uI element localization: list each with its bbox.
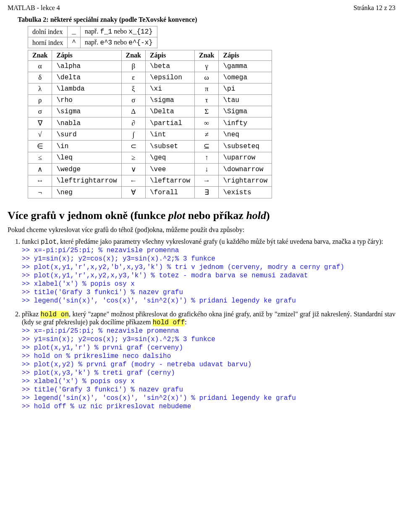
symbol-code: \neg	[52, 187, 121, 198]
greek-symbols-table: Znak Zápis Znak Zápis Znak Zápis α\alpha…	[28, 50, 272, 198]
symbol-glyph: ε	[121, 72, 145, 83]
table-row: σ\sigmaΔ\DeltaΣ\Sigma	[28, 106, 272, 117]
symbol-glyph: ∈	[28, 141, 52, 152]
code-line: >> plot(x,y1,'r') % prvni graf (cerveny)	[22, 344, 395, 352]
header-right: Stránka 12 z 23	[353, 4, 395, 12]
symbol-glyph: ∂	[121, 117, 145, 129]
symbol-glyph: β	[121, 61, 145, 72]
symbol-glyph: ρ	[28, 95, 52, 106]
symbol-code: \epsilon	[145, 72, 194, 83]
table-row: ρ\rhoσ\sigmaτ\tau	[28, 95, 272, 106]
list-item-1: funkci plot, které předáme jako parametr…	[22, 238, 395, 305]
symbol-glyph: ↑	[194, 152, 218, 164]
code-line: >> legend('sin(x)', 'cos(x)', 'sin^2(x)'…	[22, 297, 395, 305]
code-line: >> plot(x,y2) % prvni graf (modry - netr…	[22, 361, 395, 368]
section-title: Více grafů v jednom okně (funkce plot ne…	[8, 209, 395, 222]
table-row: ∇\nabla∂\partial∞\infty	[28, 117, 272, 129]
symbol-code: \xi	[145, 83, 194, 95]
symbol-glyph: ¬	[28, 187, 52, 198]
symbol-glyph: →	[194, 175, 218, 187]
symbol-glyph: ⊆	[194, 141, 218, 152]
index-examples-table: dolní index _ např. f_1 nebo x_{12} horn…	[28, 26, 157, 48]
code-line: >> xlabel('x') % popis osy x	[22, 378, 395, 385]
symbol-code: \surd	[52, 129, 121, 141]
symbol-code: \pi	[219, 83, 272, 95]
symbol-code: \downarrow	[219, 164, 272, 175]
symbol-code: \rightarrow	[219, 175, 272, 187]
code-line: >> hold off % uz nic prikreslovat nebude…	[22, 403, 395, 410]
symbol-glyph: δ	[28, 72, 52, 83]
symbol-glyph: σ	[121, 95, 145, 106]
symbol-code: \uparrow	[219, 152, 272, 164]
symbol-code: \sigma	[52, 106, 121, 117]
symbol-code: \forall	[145, 187, 194, 198]
symbol-glyph: γ	[194, 61, 218, 72]
symbol-code: \infty	[219, 117, 272, 129]
symbol-code: \rho	[52, 95, 121, 106]
symbol-code: \delta	[52, 72, 121, 83]
symbol-glyph: ≤	[28, 152, 52, 164]
code-line: >> x=-pi:pi/25:pi; % nezavisle promenna	[22, 327, 395, 335]
symbol-code: \geq	[145, 152, 194, 164]
symbol-code: \subseteq	[219, 141, 272, 152]
code-line: >> legend('sin(x)', 'cos(x)', 'sin^2(x)'…	[22, 394, 395, 402]
symbol-code: \vee	[145, 164, 194, 175]
table-row: λ\lambdaξ\xiπ\pi	[28, 83, 272, 95]
table-row: ∈\in⊂\subset⊆\subseteq	[28, 141, 272, 152]
table-header-row: Znak Zápis Znak Zápis Znak Zápis	[28, 50, 272, 61]
code-line: >> plot(x,y3,'k') % treti graf (cerny)	[22, 369, 395, 377]
table-row: α\alphaβ\betaγ\gamma	[28, 61, 272, 72]
table-row: dolní index _ např. f_1 nebo x_{12}	[28, 26, 157, 37]
hold-off-highlight: hold off	[152, 319, 185, 326]
intro-paragraph: Pokud chceme vykreslovat více grafů do t…	[8, 226, 395, 234]
symbol-glyph: π	[194, 83, 218, 95]
symbol-code: \tau	[219, 95, 272, 106]
symbol-glyph: τ	[194, 95, 218, 106]
code-line: >> title('Grafy 3 funkci') % nazev grafu	[22, 386, 395, 394]
table-row: horní index ^ např. e^3 nebo e^{-x}	[28, 37, 157, 48]
hold-on-highlight: hold on	[40, 311, 69, 318]
code-line: >> y1=sin(x); y2=cos(x); y3=sin(x).^2;% …	[22, 336, 395, 343]
symbol-glyph: Δ	[121, 106, 145, 117]
symbol-code: \neq	[219, 129, 272, 141]
symbol-code: \leftrightarrow	[52, 175, 121, 187]
symbol-glyph: ∃	[194, 187, 218, 198]
symbol-code: \Delta	[145, 106, 194, 117]
table2-caption: Tabulka 2: některé speciální znaky (podl…	[8, 16, 395, 23]
symbol-glyph: ≥	[121, 152, 145, 164]
code-line: >> plot(x,y1,'r',x,y2,'b',x,y3,'k') % tr…	[22, 263, 395, 271]
symbol-glyph: λ	[28, 83, 52, 95]
symbol-glyph: ←	[121, 175, 145, 187]
symbol-glyph: ∇	[28, 117, 52, 129]
table-row: ¬\neg∀\forall∃\exists	[28, 187, 272, 198]
symbol-code: \leq	[52, 152, 121, 164]
code-line: >> y1=sin(x); y2=cos(x); y3=sin(x).^2;% …	[22, 255, 395, 263]
symbol-code: \Sigma	[219, 106, 272, 117]
table-row: √\surd∫\int≠\neq	[28, 129, 272, 141]
symbol-glyph: ↔	[28, 175, 52, 187]
symbol-glyph: σ	[28, 106, 52, 117]
symbol-glyph: √	[28, 129, 52, 141]
header-left: MATLAB - lekce 4	[8, 4, 60, 12]
code-line: >> title('Grafy 3 funkci') % nazev grafu	[22, 289, 395, 296]
code-line: >> x=-pi:pi/25:pi; % nezavisle promenna	[22, 247, 395, 254]
symbol-glyph: ∨	[121, 164, 145, 175]
symbol-code: \wedge	[52, 164, 121, 175]
code-line: >> hold on % prikreslime neco dalsiho	[22, 352, 395, 360]
code-line: >> xlabel('x') % popis osy x	[22, 280, 395, 288]
symbol-code: \sigma	[145, 95, 194, 106]
symbol-glyph: ω	[194, 72, 218, 83]
symbol-code: \lambda	[52, 83, 121, 95]
symbol-glyph: ξ	[121, 83, 145, 95]
page-header: MATLAB - lekce 4 Stránka 12 z 23	[8, 4, 395, 12]
table-row: δ\deltaε\epsilonω\omega	[28, 72, 272, 83]
symbol-code: \nabla	[52, 117, 121, 129]
code-line: >> plot(x,y1,'r',x,y2,x,y3,'k') % totez …	[22, 272, 395, 279]
symbol-glyph: ⊂	[121, 141, 145, 152]
symbol-code: \in	[52, 141, 121, 152]
symbol-code: \leftarrow	[145, 175, 194, 187]
symbol-glyph: ≠	[194, 129, 218, 141]
symbol-glyph: ∞	[194, 117, 218, 129]
symbol-glyph: ∀	[121, 187, 145, 198]
symbol-glyph: ∧	[28, 164, 52, 175]
